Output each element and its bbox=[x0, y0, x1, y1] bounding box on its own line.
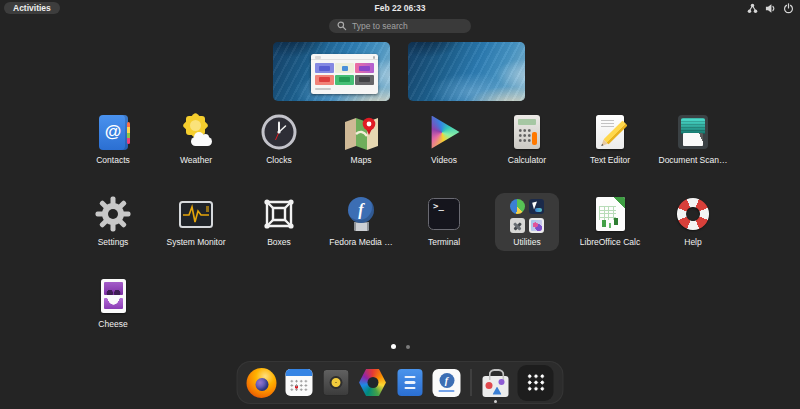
top-bar: Activities Feb 22 06:33 bbox=[0, 0, 800, 16]
app-videos[interactable]: Videos bbox=[409, 112, 479, 165]
app-label: Help bbox=[684, 237, 701, 247]
window-content bbox=[311, 60, 378, 86]
disk-usage-analyzer-icon bbox=[510, 199, 525, 214]
files-icon bbox=[397, 369, 422, 396]
window-preview[interactable] bbox=[311, 54, 378, 94]
volume-icon bbox=[765, 3, 776, 14]
app-folder-utilities[interactable]: Utilities bbox=[495, 193, 559, 251]
app-label: Weather bbox=[180, 155, 212, 165]
app-system-monitor[interactable]: System Monitor bbox=[161, 194, 231, 247]
app-label: Cheese bbox=[98, 319, 127, 329]
app-label: Text Editor bbox=[590, 155, 630, 165]
app-clocks[interactable]: Clocks bbox=[244, 112, 314, 165]
terminal-icon bbox=[428, 198, 460, 230]
app-label: Contacts bbox=[96, 155, 130, 165]
rhythmbox-icon bbox=[322, 369, 349, 396]
dock-photos[interactable] bbox=[357, 361, 389, 404]
show-apps-button[interactable] bbox=[517, 361, 555, 404]
utilities-folder-icon bbox=[510, 199, 544, 233]
app-label: Settings bbox=[98, 237, 129, 247]
calculator-icon bbox=[514, 115, 540, 149]
text-editor-icon bbox=[596, 115, 624, 149]
app-help[interactable]: Help bbox=[658, 194, 728, 247]
dash bbox=[237, 361, 564, 404]
app-label: LibreOffice Calc bbox=[580, 237, 640, 247]
app-label: Videos bbox=[431, 155, 457, 165]
activities-button[interactable]: Activities bbox=[4, 2, 60, 14]
app-contacts[interactable]: Contacts bbox=[78, 112, 148, 165]
app-boxes[interactable]: Boxes bbox=[244, 194, 314, 247]
cheese-icon bbox=[101, 279, 126, 313]
photos-icon bbox=[359, 369, 387, 397]
show-apps-grid-icon bbox=[518, 365, 554, 401]
app-document-scanner[interactable]: Document Scan… bbox=[658, 112, 728, 165]
dock-software[interactable] bbox=[480, 361, 512, 404]
window-headerbar bbox=[311, 54, 378, 60]
search-bar[interactable]: Type to search bbox=[329, 19, 471, 33]
libreoffice-calc-icon bbox=[596, 197, 625, 231]
search-icon bbox=[337, 21, 347, 31]
app-fedora-media-writer[interactable]: Fedora Media … bbox=[326, 194, 396, 247]
contacts-icon bbox=[99, 115, 128, 150]
dock-fedora-media-writer[interactable] bbox=[431, 361, 463, 404]
maps-icon bbox=[341, 112, 381, 152]
app-settings[interactable]: Settings bbox=[78, 194, 148, 247]
app-label: System Monitor bbox=[166, 237, 225, 247]
dock-rhythmbox[interactable] bbox=[320, 361, 352, 404]
boxes-icon bbox=[259, 194, 299, 234]
document-scanner-icon bbox=[678, 115, 708, 149]
app-label: Boxes bbox=[267, 237, 291, 247]
app-calculator[interactable]: Calculator bbox=[492, 112, 562, 165]
dash-separator bbox=[471, 369, 472, 396]
screenshot-icon bbox=[529, 199, 544, 214]
app-label: Terminal bbox=[428, 237, 460, 247]
gnome-activities-overview: Activities Feb 22 06:33 Type to se bbox=[0, 0, 800, 409]
wallpaper bbox=[408, 42, 525, 101]
image-viewer-icon bbox=[529, 218, 544, 233]
app-label: Maps bbox=[351, 155, 372, 165]
page-indicator bbox=[0, 344, 800, 349]
page-dot-2[interactable] bbox=[406, 345, 410, 349]
folder-label: Utilities bbox=[513, 237, 540, 247]
app-terminal[interactable]: Terminal bbox=[409, 194, 479, 247]
app-label: Document Scan… bbox=[659, 155, 728, 165]
app-cheese[interactable]: Cheese bbox=[78, 276, 148, 329]
dock-calendar[interactable] bbox=[283, 361, 315, 404]
software-icon bbox=[483, 376, 509, 397]
app-text-editor[interactable]: Text Editor bbox=[575, 112, 645, 165]
power-icon bbox=[783, 3, 794, 14]
calendar-icon bbox=[285, 369, 312, 396]
fedora-media-writer-dock-icon bbox=[433, 369, 461, 397]
app-maps[interactable]: Maps bbox=[326, 112, 396, 165]
app-weather[interactable]: Weather bbox=[161, 112, 231, 165]
system-monitor-icon bbox=[179, 201, 213, 228]
app-libreoffice-calc[interactable]: LibreOffice Calc bbox=[575, 194, 645, 247]
tweaks-icon bbox=[510, 218, 525, 233]
clock-button[interactable]: Feb 22 06:33 bbox=[300, 0, 500, 16]
search-placeholder: Type to search bbox=[352, 21, 408, 31]
workspace-thumbnail-2[interactable] bbox=[408, 42, 525, 101]
app-label: Calculator bbox=[508, 155, 546, 165]
workspace-thumbnail-1[interactable] bbox=[273, 42, 390, 101]
page-dot-1[interactable] bbox=[391, 344, 396, 349]
app-label: Clocks bbox=[266, 155, 292, 165]
weather-icon bbox=[176, 112, 216, 152]
app-label: Fedora Media … bbox=[329, 237, 392, 247]
help-icon bbox=[672, 193, 714, 235]
network-icon bbox=[747, 3, 758, 14]
dock-firefox[interactable] bbox=[246, 361, 278, 404]
settings-icon bbox=[93, 194, 133, 234]
running-indicator bbox=[494, 400, 497, 403]
clocks-icon bbox=[259, 112, 299, 152]
dock-files[interactable] bbox=[394, 361, 426, 404]
firefox-icon bbox=[247, 368, 277, 398]
fedora-media-writer-icon bbox=[348, 197, 374, 231]
videos-icon bbox=[429, 116, 460, 149]
system-status-area[interactable] bbox=[747, 0, 794, 16]
